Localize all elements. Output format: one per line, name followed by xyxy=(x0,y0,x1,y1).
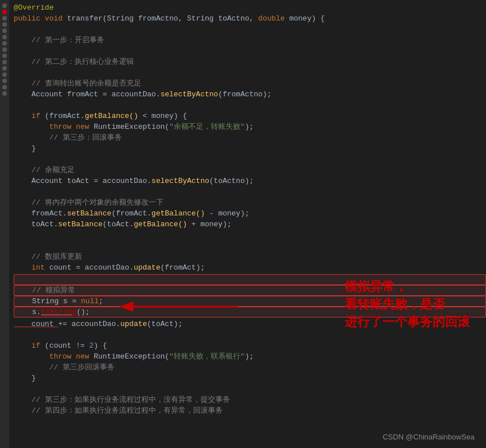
line-2: public void transfer(String fromActno, S… xyxy=(14,13,486,24)
bar-marker-5 xyxy=(2,35,7,39)
line-8: // 查询转出账号的余额是否充足 xyxy=(14,78,486,89)
bar-marker-3 xyxy=(2,22,7,27)
bar-marker-red xyxy=(2,10,7,14)
line-37 xyxy=(14,384,486,394)
bar-marker-11 xyxy=(2,72,7,77)
line-36: } xyxy=(14,373,486,384)
left-bar xyxy=(0,0,9,448)
line-17: Account toAct = accountDao.selectByActno… xyxy=(14,176,486,186)
line-15 xyxy=(14,154,486,165)
annotation-box: 模拟异常， 看转账失败，是否 进行了一个事务的回滚 xyxy=(345,278,470,331)
annotation-line-2: 看转账失败，是否 xyxy=(345,296,445,313)
line-38: // 第三步：如果执行业务流程过程中，没有异常，提交事务 xyxy=(14,394,486,405)
annotation-arrow xyxy=(114,298,239,315)
line-33: if (count != 2) { xyxy=(14,340,486,351)
line-1: @Override xyxy=(14,2,486,13)
line-24: // 数据库更新 xyxy=(14,251,486,262)
line-25: int count = accountDao.update(fromAct); xyxy=(14,262,486,273)
code-content: @Override public void transfer(String fr… xyxy=(9,0,486,448)
line-14: } xyxy=(14,143,486,154)
bar-marker-9 xyxy=(2,60,7,64)
editor-area: @Override public void transfer(String fr… xyxy=(0,0,486,448)
line-32 xyxy=(14,329,486,340)
line-19: // 将内存中两个对象的余额先修改一下 xyxy=(14,197,486,208)
line-6: // 第二步：执行核心业务逻辑 xyxy=(14,56,486,67)
line-22 xyxy=(14,230,486,241)
bar-marker-1 xyxy=(2,3,7,8)
line-7 xyxy=(14,67,486,78)
bar-marker-12 xyxy=(2,79,7,83)
bar-marker-10 xyxy=(2,66,7,71)
line-16: // 余额充足 xyxy=(14,165,486,176)
line-3 xyxy=(14,24,486,35)
line-10 xyxy=(14,100,486,111)
watermark: CSDN @ChinaRainbowSea xyxy=(383,433,475,441)
line-9: Account fromAct = accountDao.selectByAct… xyxy=(14,89,486,100)
line-39: // 第四步：如果执行业务流程过程中，有异常，回滚事务 xyxy=(14,405,486,416)
bar-marker-14 xyxy=(2,91,7,96)
line-20: fromAct.setBalance(fromAct.getBalance() … xyxy=(14,208,486,219)
line-35: // 第三步回滚事务 xyxy=(14,362,486,373)
line-21: toAct.setBalance(toAct.getBalance() + mo… xyxy=(14,219,486,230)
line-11: if (fromAct.getBalance() < money) { xyxy=(14,111,486,121)
line-18 xyxy=(14,186,486,197)
line-34: throw new RuntimeException("转账失败，联系银行"); xyxy=(14,351,486,362)
bar-marker-7 xyxy=(2,47,7,52)
bar-marker-8 xyxy=(2,54,7,58)
line-4: // 第一步：开启事务 xyxy=(14,35,486,46)
annotation-line-3: 进行了一个事务的回滚 xyxy=(345,313,470,331)
annotation-override: @Override xyxy=(14,2,54,13)
annotation-line-1: 模拟异常， xyxy=(345,278,407,296)
line-13: // 第三步：回滚事务 xyxy=(14,132,486,143)
bar-marker-6 xyxy=(2,41,7,46)
line-12: throw new RuntimeException("余额不足，转账失败"); xyxy=(14,121,486,132)
line-23 xyxy=(14,241,486,251)
bar-marker-2 xyxy=(2,16,7,21)
line-5 xyxy=(14,46,486,56)
bar-marker-4 xyxy=(2,28,7,33)
bar-marker-13 xyxy=(2,85,7,89)
